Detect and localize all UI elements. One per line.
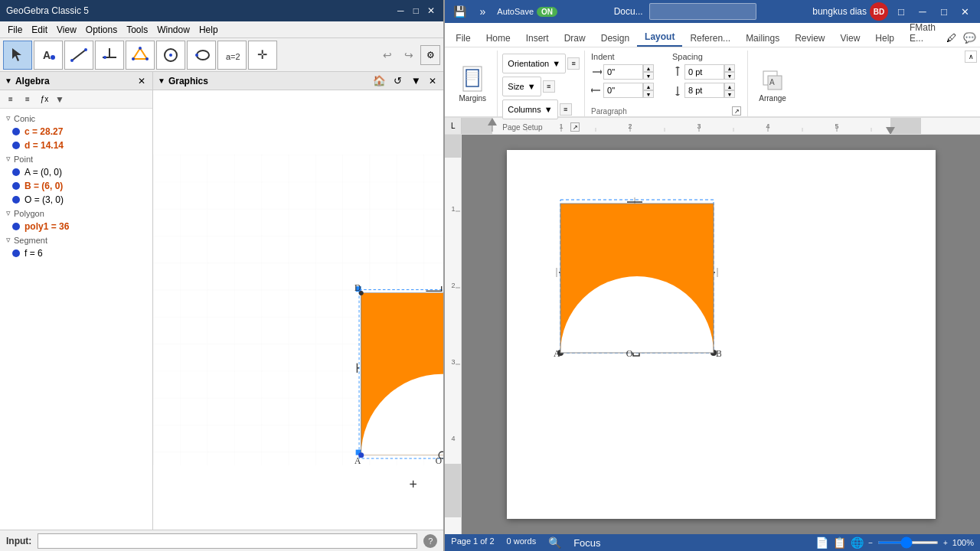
tool-move[interactable]: ✛ [248, 41, 277, 70]
menu-options[interactable]: Options [81, 23, 122, 37]
alg-item-poly1[interactable]: poly1 = 36 [0, 220, 152, 233]
focus-btn[interactable]: Focus [573, 536, 600, 549]
autosave-toggle[interactable]: ON [537, 7, 557, 17]
tab-home[interactable]: Home [479, 30, 518, 47]
alg-item-A[interactable]: A = (0, 0) [0, 165, 152, 179]
indent-right-down[interactable]: ▼ [643, 90, 654, 98]
tab-file[interactable]: File [448, 30, 478, 47]
menu-tools[interactable]: Tools [122, 23, 152, 37]
indent-left-up[interactable]: ▲ [643, 64, 654, 72]
word-save-btn[interactable]: 💾 [451, 3, 468, 20]
menu-view[interactable]: View [52, 23, 81, 37]
alg-item-c[interactable]: c = 28.27 [0, 125, 152, 139]
spacing-before-down[interactable]: ▼ [724, 72, 735, 80]
menu-window[interactable]: Window [152, 23, 194, 37]
tool-point[interactable]: A [34, 41, 63, 70]
web-layout-btn[interactable]: 🌐 [851, 536, 864, 549]
tab-fmath[interactable]: FMath E... [902, 19, 943, 47]
word-more-btn[interactable]: » [474, 3, 491, 20]
word-min-btn[interactable]: ─ [914, 3, 931, 20]
input-field[interactable] [38, 533, 417, 549]
margins-button[interactable]: Margins [454, 60, 491, 106]
maximize-button[interactable]: □ [410, 5, 422, 17]
zoom-minus[interactable]: − [868, 539, 873, 547]
tool-angle[interactable]: a=2 [217, 41, 247, 70]
tab-layout[interactable]: Layout [637, 28, 682, 47]
alg-tool-1[interactable]: ≡ [3, 93, 18, 106]
graphics-collapse[interactable]: ▼ [158, 77, 165, 85]
spacing-after-up[interactable]: ▲ [724, 83, 735, 90]
ribbon-collapse-btn[interactable]: ∧ [965, 51, 977, 63]
tab-help[interactable]: Help [867, 30, 902, 47]
paragraph-expand[interactable]: ↗ [732, 106, 741, 116]
redo-button[interactable]: ↪ [399, 45, 419, 65]
indent-right-up[interactable]: ▲ [643, 83, 654, 90]
algebra-close[interactable]: ✕ [136, 75, 148, 87]
tool-line[interactable] [64, 41, 93, 70]
tab-mailings[interactable]: Mailings [738, 30, 787, 47]
minimize-button[interactable]: ─ [394, 5, 407, 17]
alg-tool-2[interactable]: ≡ [20, 93, 35, 106]
size-btn[interactable]: Size ▼ [502, 77, 541, 96]
tab-references[interactable]: Referen... [682, 30, 738, 47]
ribbon-icon-1[interactable]: 🖊 [943, 30, 959, 45]
graphics-area[interactable]: D C A B O [153, 90, 443, 530]
word-ribbon-display-btn[interactable]: □ [893, 3, 910, 20]
close-button[interactable]: ✕ [425, 5, 437, 17]
zoom-plus[interactable]: + [943, 539, 948, 547]
tool-conic[interactable] [187, 41, 216, 70]
undo-button[interactable]: ↩ [377, 45, 397, 65]
tool-polygon[interactable] [126, 41, 155, 70]
std-view-btn[interactable]: ↺ [390, 74, 405, 88]
spacing-before-up[interactable]: ▲ [724, 64, 735, 72]
menu-help[interactable]: Help [194, 23, 223, 37]
indent-right-input[interactable] [603, 83, 643, 98]
size-expand-btn[interactable]: ≡ [543, 80, 555, 93]
alg-item-f[interactable]: f = 6 [0, 246, 152, 260]
menu-file[interactable]: File [3, 23, 27, 37]
home-view-btn[interactable]: 🏠 [371, 74, 387, 88]
section-conic[interactable]: ▿Conic [0, 112, 152, 125]
menu-edit[interactable]: Edit [27, 23, 52, 37]
word-close-btn[interactable]: ✕ [957, 3, 974, 20]
spacing-before-input[interactable] [684, 64, 724, 80]
arrange-button[interactable]: A Arrange [754, 60, 791, 106]
ribbon-icon-2[interactable]: 💬 [962, 30, 977, 45]
alg-tool-fx[interactable]: ƒx [37, 93, 52, 106]
doc-shape-svg[interactable]: A O B [553, 196, 721, 357]
tool-select[interactable] [3, 41, 32, 70]
tool-perpendicular[interactable] [95, 41, 124, 70]
section-segment[interactable]: ▿Segment [0, 233, 152, 246]
tool-circle[interactable] [156, 41, 185, 70]
indent-left-down[interactable]: ▼ [643, 72, 654, 80]
section-polygon[interactable]: ▿Polygon [0, 207, 152, 220]
columns-expand-btn[interactable]: ≡ [560, 103, 572, 116]
section-point[interactable]: ▿Point [0, 152, 152, 165]
spacing-after-down[interactable]: ▼ [724, 90, 735, 98]
page-setup-expand[interactable]: ↗ [570, 122, 580, 132]
word-search-input[interactable] [649, 3, 756, 20]
alg-item-d[interactable]: d = 14.14 [0, 139, 152, 152]
algebra-collapse[interactable]: ▼ [5, 77, 12, 85]
orientation-expand-btn[interactable]: ≡ [567, 57, 580, 70]
word-max-btn[interactable]: □ [936, 3, 952, 20]
alg-dropdown[interactable]: ▼ [54, 94, 66, 105]
input-help-btn[interactable]: ? [423, 534, 437, 548]
tab-insert[interactable]: Insert [518, 30, 557, 47]
graphics-settings[interactable]: ▼ [408, 74, 423, 88]
word-doc-area[interactable]: A O B [462, 135, 980, 534]
ruler-corner[interactable]: L [445, 118, 462, 135]
graphics-close[interactable]: ✕ [426, 75, 439, 87]
spelling-check-btn[interactable]: 🔍 [548, 536, 561, 549]
orientation-btn[interactable]: Orientation ▼ [502, 54, 566, 73]
tab-review[interactable]: Review [787, 30, 832, 47]
columns-btn[interactable]: Columns ▼ [502, 99, 557, 119]
indent-left-input[interactable] [603, 64, 643, 80]
alg-item-B[interactable]: B = (6, 0) [0, 179, 152, 193]
spacing-after-input[interactable] [684, 83, 724, 98]
tab-design[interactable]: Design [593, 30, 637, 47]
alg-item-O[interactable]: O = (3, 0) [0, 193, 152, 207]
tab-view[interactable]: View [833, 30, 868, 47]
print-layout-btn[interactable]: 📋 [833, 536, 846, 549]
tab-draw[interactable]: Draw [557, 30, 593, 47]
